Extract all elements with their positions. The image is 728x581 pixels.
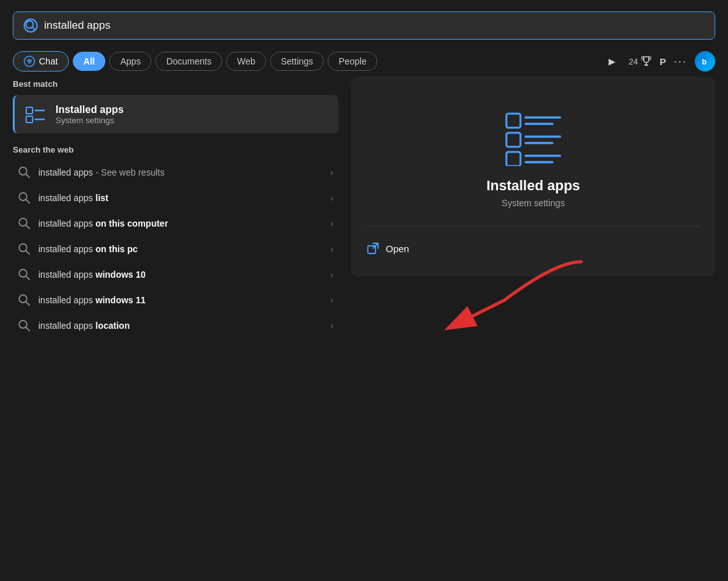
chevron-icon-7: › bbox=[330, 321, 333, 331]
search-icon bbox=[24, 19, 38, 33]
search-web-icon-4 bbox=[18, 243, 31, 255]
left-panel: Best match Installed apps System setting… bbox=[13, 77, 351, 575]
web-result-text-2: installed apps list bbox=[38, 193, 322, 203]
svg-rect-28 bbox=[506, 133, 520, 147]
tab-settings[interactable]: Settings bbox=[270, 52, 324, 71]
installed-apps-icon bbox=[24, 103, 47, 126]
detail-app-icon bbox=[501, 109, 565, 166]
svg-line-24 bbox=[26, 328, 29, 331]
tab-people[interactable]: People bbox=[328, 52, 377, 71]
right-panel: Installed apps System settings Open bbox=[351, 77, 715, 276]
svg-line-18 bbox=[26, 251, 29, 254]
score-badge: 24 bbox=[629, 56, 652, 67]
svg-rect-9 bbox=[26, 116, 33, 123]
tab-apps[interactable]: Apps bbox=[109, 52, 151, 71]
trophy-icon bbox=[641, 56, 652, 67]
web-result-text-5: installed apps windows 10 bbox=[38, 269, 322, 280]
search-web-label: Search the web bbox=[13, 145, 338, 155]
open-label: Open bbox=[386, 243, 409, 254]
svg-rect-4 bbox=[644, 64, 648, 66]
best-match-text: Installed apps System settings bbox=[56, 104, 124, 125]
best-match-item[interactable]: Installed apps System settings bbox=[13, 95, 338, 133]
search-web-icon-6 bbox=[18, 294, 31, 306]
svg-point-23 bbox=[19, 321, 27, 328]
chevron-icon-1: › bbox=[330, 167, 333, 177]
svg-line-22 bbox=[26, 302, 29, 305]
tab-all[interactable]: All bbox=[73, 52, 106, 71]
tab-web[interactable]: Web bbox=[226, 52, 266, 71]
tab-chat-label: Chat bbox=[39, 56, 58, 66]
tab-chat[interactable]: Chat bbox=[13, 51, 69, 72]
bing-logo-svg: b bbox=[699, 55, 711, 68]
best-match-subtitle: System settings bbox=[56, 116, 124, 125]
web-result-4[interactable]: installed apps on this pc › bbox=[13, 236, 338, 262]
search-web-icon-2 bbox=[18, 192, 31, 204]
more-button[interactable]: ··· bbox=[674, 55, 687, 68]
search-web-icon-7 bbox=[18, 319, 31, 332]
svg-line-1 bbox=[33, 27, 36, 31]
svg-point-15 bbox=[19, 218, 27, 226]
tabs-bar: Chat All Apps Documents Web Settings Peo… bbox=[0, 47, 728, 77]
chevron-icon-6: › bbox=[330, 295, 333, 305]
bing-icon[interactable]: b bbox=[695, 51, 715, 72]
search-web-icon-3 bbox=[18, 217, 31, 230]
best-match-label: Best match bbox=[13, 79, 338, 89]
svg-line-20 bbox=[26, 276, 29, 280]
svg-point-11 bbox=[19, 167, 27, 175]
web-result-text-6: installed apps windows 11 bbox=[38, 295, 322, 305]
web-result-text-3: installed apps on this computer bbox=[38, 218, 322, 229]
web-result-7[interactable]: installed apps location › bbox=[13, 313, 338, 338]
web-result-text-7: installed apps location bbox=[38, 321, 322, 331]
web-result-3[interactable]: installed apps on this computer › bbox=[13, 211, 338, 236]
best-match-title: Installed apps bbox=[56, 104, 124, 116]
search-bar bbox=[13, 11, 715, 40]
web-result-text-4: installed apps on this pc bbox=[38, 244, 322, 254]
web-result-1[interactable]: installed apps - See web results › bbox=[13, 160, 338, 185]
p-badge: P bbox=[660, 56, 666, 67]
search-web-icon-5 bbox=[18, 268, 31, 281]
web-result-6[interactable]: installed apps windows 11 › bbox=[13, 287, 338, 313]
web-result-5[interactable]: installed apps windows 10 › bbox=[13, 262, 338, 287]
open-button[interactable]: Open bbox=[367, 239, 700, 257]
svg-point-13 bbox=[19, 193, 27, 200]
detail-subtitle: System settings bbox=[502, 198, 565, 208]
tab-documents[interactable]: Documents bbox=[155, 52, 222, 71]
svg-rect-25 bbox=[506, 114, 520, 128]
detail-title: Installed apps bbox=[487, 177, 580, 194]
open-external-icon bbox=[367, 242, 379, 255]
chevron-icon-2: › bbox=[330, 193, 333, 203]
svg-point-19 bbox=[19, 269, 27, 277]
web-result-2[interactable]: installed apps list › bbox=[13, 185, 338, 211]
svg-line-16 bbox=[26, 225, 29, 229]
svg-point-21 bbox=[19, 295, 27, 303]
svg-rect-7 bbox=[26, 107, 33, 114]
svg-line-14 bbox=[26, 200, 29, 203]
svg-rect-31 bbox=[506, 152, 520, 166]
search-input[interactable] bbox=[44, 19, 704, 32]
divider bbox=[367, 226, 700, 227]
svg-text:b: b bbox=[702, 57, 706, 66]
web-result-text-1: installed apps - See web results bbox=[38, 167, 322, 177]
play-button[interactable]: ▶ bbox=[603, 52, 621, 70]
svg-point-17 bbox=[19, 244, 27, 252]
chevron-icon-4: › bbox=[330, 244, 333, 254]
chevron-icon-5: › bbox=[330, 269, 333, 280]
chevron-icon-3: › bbox=[330, 218, 333, 229]
score-number: 24 bbox=[629, 57, 638, 66]
svg-line-12 bbox=[26, 174, 29, 177]
chat-icon bbox=[24, 56, 35, 67]
search-web-icon-1 bbox=[18, 166, 31, 179]
